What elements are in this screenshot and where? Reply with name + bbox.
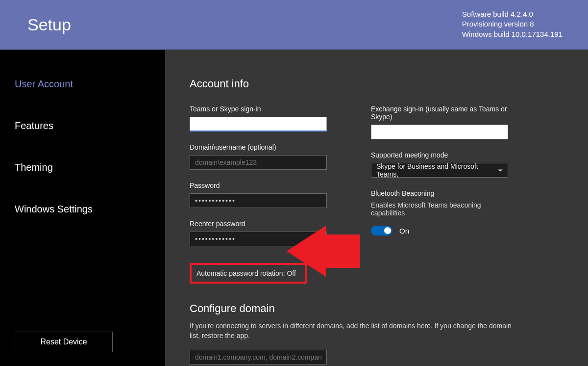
bluetooth-beaconing-state: On: [399, 227, 409, 235]
sidebar-item-user-account[interactable]: User Account: [15, 78, 165, 90]
bluetooth-beaconing-description: Enables Microsoft Teams beaconing capabi…: [371, 201, 508, 217]
reenter-password-label: Reenter password: [190, 220, 327, 228]
main-content: Account info Teams or Skype sign-in Doma…: [165, 50, 588, 366]
provisioning-version-text: Provisioning version 8: [462, 19, 563, 29]
bluetooth-beaconing-label: Bluetooth Beaconing: [371, 189, 508, 197]
page-title: Setup: [27, 15, 71, 34]
password-label: Password: [190, 182, 327, 189]
configure-domain-description: If you're connecting to servers in diffe…: [190, 321, 523, 341]
chevron-down-icon: [498, 169, 503, 171]
header-bar: Setup Software build 4.2.4.0 Provisionin…: [0, 0, 588, 50]
reenter-password-input[interactable]: [190, 232, 327, 246]
sidebar-item-theming[interactable]: Theming: [15, 162, 165, 173]
reset-device-label: Reset Device: [40, 338, 87, 346]
sidebar-item-windows-settings[interactable]: Windows Settings: [15, 204, 165, 215]
account-info-left-column: Teams or Skype sign-in Domain\username (…: [190, 105, 327, 284]
exchange-signin-input[interactable]: [371, 125, 508, 139]
bluetooth-beaconing-toggle[interactable]: [371, 226, 392, 235]
sidebar: User Account Features Theming Windows Se…: [0, 50, 165, 366]
password-rotation-highlight: Automatic password rotation: Off: [190, 263, 307, 284]
teams-signin-input[interactable]: [190, 117, 327, 131]
account-info-heading: Account info: [190, 78, 564, 90]
software-build-text: Software build 4.2.4.0: [462, 9, 563, 19]
configure-domain-heading: Configure domain: [190, 302, 564, 315]
account-info-right-column: Exchange sign-in (usually same as Teams …: [371, 105, 508, 284]
meeting-mode-select[interactable]: Skype for Business and Microsoft Teams.: [371, 163, 508, 178]
version-info: Software build 4.2.4.0 Provisioning vers…: [462, 9, 563, 39]
exchange-signin-label: Exchange sign-in (usually same as Teams …: [371, 105, 508, 121]
meeting-mode-label: Supported meeting mode: [371, 151, 508, 159]
domain-username-input[interactable]: [190, 155, 327, 170]
domain-username-label: Domain\username (optional): [190, 143, 327, 151]
meeting-mode-value: Skype for Business and Microsoft Teams.: [376, 162, 498, 178]
windows-build-text: Windows build 10.0.17134.191: [462, 29, 563, 39]
sidebar-item-features[interactable]: Features: [15, 120, 165, 131]
password-input[interactable]: [190, 193, 327, 208]
teams-signin-label: Teams or Skype sign-in: [190, 105, 327, 113]
password-rotation-status: Automatic password rotation: Off: [196, 269, 296, 277]
domain-list-input[interactable]: [190, 350, 327, 365]
reset-device-button[interactable]: Reset Device: [15, 332, 113, 352]
